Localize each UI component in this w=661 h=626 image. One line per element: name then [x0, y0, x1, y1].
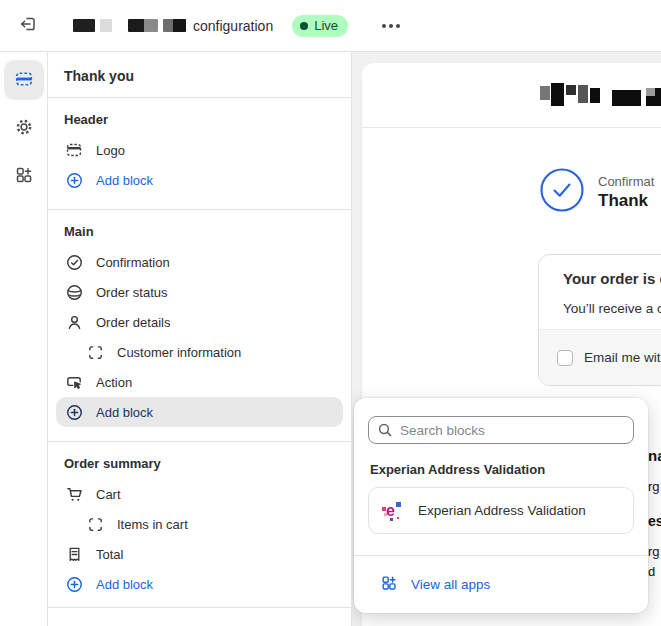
confirmation-block: Confirmat Thank: [540, 168, 654, 216]
add-block-label: Add block: [96, 173, 153, 188]
live-badge-label: Live: [314, 18, 338, 33]
confirmation-title: Thank: [598, 190, 654, 212]
sidebar-item-label: Customer information: [117, 345, 241, 360]
email-opt-in-checkbox[interactable]: [557, 350, 573, 366]
dot-icon: [382, 24, 386, 28]
brackets-icon: [85, 342, 105, 362]
section-header: Header Logo Add block: [48, 98, 351, 209]
apps-icon: [14, 165, 34, 188]
clipped-text-fragment: es: [648, 513, 661, 529]
sidebar-item-label: Confirmation: [96, 255, 170, 270]
sidebar-item-label: Total: [96, 547, 123, 562]
add-block-main-button[interactable]: Add block: [56, 397, 343, 427]
order-card-footer: Email me wit: [539, 329, 661, 385]
redacted-title-block: [128, 19, 158, 32]
redacted-title-block: [100, 19, 112, 32]
section-main: Main Confirmation Order status: [48, 210, 351, 441]
order-card-body: You’ll receive a c: [539, 287, 661, 316]
view-all-apps-label: View all apps: [411, 577, 490, 592]
view-all-apps-button[interactable]: View all apps: [354, 556, 648, 612]
clipped-text-fragment: na: [648, 447, 661, 464]
exit-icon: [18, 14, 38, 37]
sidebar-item-label: Cart: [96, 487, 121, 502]
redacted-logo-block: [566, 85, 576, 95]
section-heading: Header: [48, 104, 351, 135]
section-heading: Order summary: [48, 448, 351, 479]
preview-header: [362, 63, 661, 128]
sidebar-item-logo[interactable]: Logo: [48, 135, 351, 165]
app-block-label: Experian Address Validation: [418, 503, 586, 518]
popover-group-heading: Experian Address Validation: [370, 462, 545, 477]
confirmation-kicker: Confirmat: [598, 173, 654, 190]
search-blocks-field: [368, 416, 634, 444]
more-options-button[interactable]: [376, 18, 406, 34]
top-bar: configuration Live: [0, 0, 661, 52]
add-block-header-button[interactable]: Add block: [48, 165, 351, 195]
clipped-text-fragment: d: [648, 564, 655, 579]
order-confirmed-card: Your order is c You’ll receive a c Email…: [538, 254, 661, 386]
add-block-label: Add block: [96, 577, 153, 592]
sidebar-item-items-in-cart[interactable]: Items in cart: [48, 509, 351, 539]
add-block-popover: Experian Address Validation e Experian A…: [354, 398, 648, 613]
exit-editor-button[interactable]: [12, 10, 44, 42]
section-heading: Main: [48, 216, 351, 247]
live-dot-icon: [300, 22, 308, 30]
add-circle-icon: [64, 574, 84, 594]
preview-canvas: Confirmat Thank Your order is c You’ll r…: [352, 52, 661, 626]
receipt-icon: [64, 544, 84, 564]
clipped-text-fragment: rg: [648, 544, 660, 559]
sidebar-item-label: Order status: [96, 285, 168, 300]
redacted-logo-block: [540, 86, 550, 100]
order-status-icon: [64, 282, 84, 302]
redacted-logo-block: [590, 88, 600, 103]
brackets-icon: [85, 514, 105, 534]
sections-panel: Thank you Header Logo Add block Main: [48, 52, 352, 626]
sidebar-item-label: Order details: [96, 315, 170, 330]
dot-icon: [396, 24, 400, 28]
sections-icon: [14, 69, 34, 92]
sidebar-item-confirmation[interactable]: Confirmation: [48, 247, 351, 277]
add-circle-icon: [64, 170, 84, 190]
sidebar-item-label: Action: [96, 375, 132, 390]
section-order-summary: Order summary Cart Items in cart: [48, 442, 351, 607]
email-opt-in-label: Email me wit: [584, 350, 661, 365]
sidebar-item-label: Items in cart: [117, 517, 188, 532]
experian-logo-icon: e: [382, 500, 404, 522]
redacted-logo-block: [612, 90, 641, 106]
add-block-label: Add block: [96, 405, 153, 420]
add-block-summary-button[interactable]: Add block: [48, 569, 351, 599]
gear-icon: [14, 117, 34, 140]
add-circle-icon: [64, 402, 84, 422]
sidebar-item-total[interactable]: Total: [48, 539, 351, 569]
redacted-logo-block: [646, 88, 655, 96]
sidebar-item-order-status[interactable]: Order status: [48, 277, 351, 307]
cart-icon: [64, 484, 84, 504]
order-card-title: Your order is c: [539, 255, 661, 287]
logo-icon: [64, 140, 84, 160]
section-footer: Footer: [48, 608, 351, 626]
app-block-experian[interactable]: e Experian Address Validation: [368, 487, 634, 534]
apps-plus-icon: [380, 574, 398, 595]
dot-icon: [389, 24, 393, 28]
left-icon-rail: [0, 52, 48, 626]
rail-settings-button[interactable]: [4, 108, 44, 148]
sidebar-item-order-details[interactable]: Order details: [48, 307, 351, 337]
page-title: configuration: [73, 18, 273, 34]
sidebar-item-action[interactable]: Action: [48, 367, 351, 397]
sidebar-item-cart[interactable]: Cart: [48, 479, 351, 509]
redacted-logo-block: [551, 83, 564, 106]
rail-sections-button[interactable]: [4, 60, 44, 100]
sidebar-item-label: Logo: [96, 143, 125, 158]
confirmation-check-icon: [540, 168, 584, 216]
check-circle-icon: [64, 252, 84, 272]
search-blocks-input[interactable]: [368, 416, 634, 444]
redacted-title-block: [163, 19, 186, 32]
page-title-text: configuration: [193, 18, 273, 34]
clipped-text-fragment: rg: [648, 479, 660, 494]
live-status-badge: Live: [292, 15, 348, 37]
cursor-icon: [64, 372, 84, 392]
redacted-logo-block: [578, 85, 588, 103]
sidebar-item-customer-information[interactable]: Customer information: [48, 337, 351, 367]
rail-apps-button[interactable]: [4, 156, 44, 196]
panel-title: Thank you: [48, 52, 351, 97]
